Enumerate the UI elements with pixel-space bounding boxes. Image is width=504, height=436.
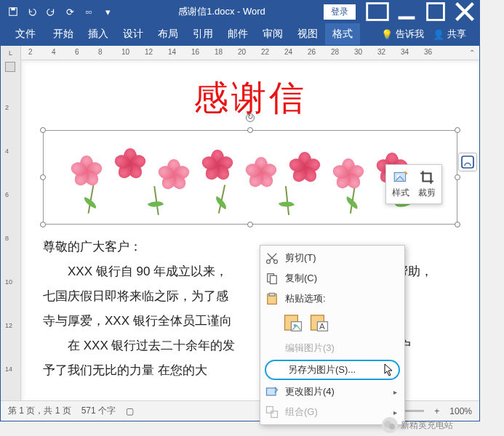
change-picture-icon	[265, 384, 279, 399]
redo-icon[interactable]	[43, 4, 59, 20]
submenu-arrow-icon: ▸	[393, 388, 397, 396]
submenu-arrow-icon: ▸	[393, 408, 397, 416]
paste-header-label: 粘贴选项:	[285, 292, 397, 305]
paste-icon	[265, 291, 279, 306]
redo2-icon[interactable]: ⟳	[62, 4, 78, 20]
undo-icon[interactable]	[24, 4, 40, 20]
ruler-mark: 8	[98, 48, 103, 56]
login-button[interactable]: 登录	[324, 4, 356, 20]
ruler-mark: 34	[401, 48, 409, 56]
collapse-ribbon-icon[interactable]: ⌃	[465, 46, 479, 60]
body-text: XXX 银行自 90 年成立以来，	[68, 265, 228, 278]
tab-references[interactable]: 引用	[185, 23, 220, 45]
vertical-ruler[interactable]: 2 4 6 8 10 12 14	[1, 60, 21, 408]
qat-dropdown-icon[interactable]: ▾	[100, 4, 116, 20]
close-icon[interactable]	[450, 1, 479, 23]
ruler-mark: 14	[168, 48, 176, 56]
picture-style-button[interactable]: 样式	[392, 169, 409, 199]
ruler-mark: 2	[28, 48, 33, 56]
lightbulb-icon: 💡	[381, 29, 393, 40]
svg-rect-9	[462, 156, 473, 168]
svg-point-28	[389, 424, 395, 429]
rotate-handle[interactable]	[246, 113, 255, 122]
tab-file[interactable]: 文件	[5, 23, 46, 45]
copy-icon	[265, 271, 279, 286]
ribbon-display-icon[interactable]	[363, 1, 392, 23]
menu-edit-picture: 编辑图片(3)	[260, 338, 404, 358]
group-icon	[265, 405, 279, 419]
resize-handle[interactable]	[247, 222, 253, 227]
share-label: 共享	[447, 28, 466, 41]
resize-handle[interactable]	[40, 174, 46, 180]
ruler-corner: L	[1, 46, 21, 60]
zoom-in-icon[interactable]: +	[434, 406, 439, 416]
resize-handle[interactable]	[455, 174, 460, 180]
tell-me-search[interactable]: 💡 告诉我	[381, 28, 424, 41]
paste-option-text[interactable]: A	[308, 312, 330, 334]
vruler-mark: 14	[5, 366, 12, 373]
tab-home[interactable]: 开始	[46, 23, 81, 45]
svg-rect-2	[367, 4, 388, 20]
edit-picture-label: 编辑图片(3)	[285, 342, 397, 355]
vruler-mark: 2	[5, 104, 9, 111]
vruler-mark: 8	[5, 235, 9, 242]
resize-handle[interactable]	[247, 127, 253, 133]
svg-rect-15	[271, 275, 277, 283]
paste-options-row: A	[260, 309, 404, 338]
tab-format[interactable]: 格式	[325, 23, 360, 45]
spell-check-icon[interactable]: ▢	[126, 406, 134, 416]
greeting-text: 尊敬的广大客户：	[43, 240, 142, 254]
horizontal-ruler[interactable]: L 2 4 6 8 10 12 14 16 18 20 22 24 26 28 …	[1, 46, 479, 60]
svg-rect-24	[267, 388, 276, 395]
person-icon: 👤	[433, 29, 444, 40]
tab-design[interactable]: 设计	[116, 23, 151, 45]
nav-toggle[interactable]	[5, 62, 15, 72]
ruler-mark: 6	[75, 48, 79, 56]
save-icon[interactable]	[5, 4, 21, 20]
menu-cut[interactable]: 剪切(T)	[260, 248, 404, 268]
selected-image[interactable]: 样式 裁剪	[43, 130, 457, 225]
tab-insert[interactable]: 插入	[81, 23, 116, 45]
resize-handle[interactable]	[40, 222, 46, 227]
svg-rect-25	[267, 407, 273, 413]
svg-text:A: A	[319, 322, 325, 331]
ruler-mark: 36	[424, 48, 432, 56]
ruler-mark: 24	[284, 48, 292, 56]
vruler-mark: 10	[5, 278, 12, 286]
touch-icon[interactable]: ▫▫	[81, 4, 97, 20]
watermark-text: 新精英充电站	[401, 419, 453, 432]
ruler-mark: 26	[308, 48, 316, 56]
menu-change-picture[interactable]: 更改图片(4) ▸	[260, 382, 404, 402]
document-page[interactable]: 感谢信	[21, 60, 479, 408]
minimize-icon[interactable]	[392, 1, 421, 23]
resize-handle[interactable]	[455, 222, 460, 227]
resize-handle[interactable]	[40, 127, 46, 133]
crop-button[interactable]: 裁剪	[418, 169, 436, 199]
mini-toolbar: 样式 裁剪	[385, 164, 442, 204]
tab-mailings[interactable]: 邮件	[220, 23, 255, 45]
change-picture-label: 更改图片(4)	[285, 385, 388, 398]
menu-copy[interactable]: 复制(C)	[260, 268, 404, 288]
cut-label: 剪切(T)	[285, 251, 397, 265]
ruler-mark: 4	[52, 48, 56, 56]
paste-option-picture[interactable]	[282, 312, 304, 334]
resize-handle[interactable]	[455, 127, 460, 133]
word-count[interactable]: 571 个字	[81, 405, 116, 417]
body-text: 予了我们无比的力量 在您的大	[43, 363, 207, 377]
copy-label: 复制(C)	[285, 272, 397, 285]
vruler-mark: 12	[5, 322, 12, 329]
tab-view[interactable]: 视图	[290, 23, 325, 45]
zoom-level[interactable]: 100%	[449, 406, 472, 416]
menu-save-as-picture[interactable]: 另存为图片(S)...	[265, 360, 400, 380]
cursor-icon	[384, 363, 394, 376]
share-button[interactable]: 👤 共享	[424, 28, 475, 41]
tab-review[interactable]: 审阅	[255, 23, 290, 45]
layout-options-button[interactable]	[458, 153, 477, 171]
tab-layout[interactable]: 布局	[151, 23, 185, 45]
crop-label: 裁剪	[418, 187, 436, 199]
page-info[interactable]: 第 1 页，共 1 页	[8, 405, 71, 417]
body-text: 在 XXX 银行过去二十余年的发	[68, 339, 235, 352]
ruler-mark: 30	[354, 48, 362, 56]
tell-me-label: 告诉我	[396, 28, 424, 41]
maximize-icon[interactable]	[421, 1, 450, 23]
